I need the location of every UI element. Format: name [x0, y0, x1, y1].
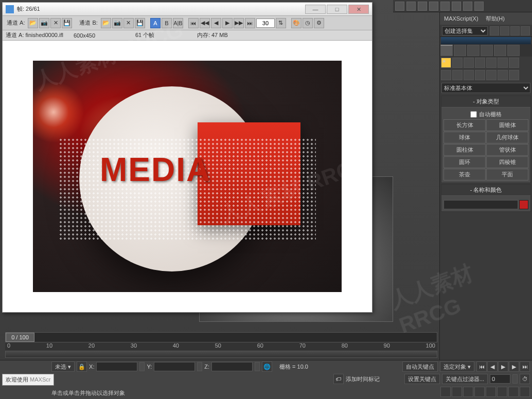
motion-tab[interactable]	[481, 45, 493, 56]
box-button[interactable]: 长方体	[444, 119, 486, 131]
undo-icon[interactable]	[440, 2, 450, 11]
curve-editor-icon[interactable]	[521, 26, 530, 35]
object-type-header[interactable]: - 对象类型	[441, 96, 530, 107]
timetag-icon[interactable]: 🏷	[333, 374, 344, 384]
frame-input[interactable]	[256, 19, 275, 28]
zoom-ext-icon[interactable]	[463, 387, 473, 397]
primitive-dropdown[interactable]: 标准基本体	[441, 83, 530, 93]
display-tab[interactable]	[494, 45, 506, 56]
minimize-button[interactable]: —	[305, 5, 326, 14]
play-back-icon[interactable]: ◀	[211, 18, 221, 28]
z-input[interactable]	[211, 362, 253, 371]
selected-obj-dropdown[interactable]: 选定对象 ▾	[440, 361, 474, 372]
name-color-header[interactable]: - 名称和颜色	[441, 185, 530, 196]
selection-set-dropdown[interactable]: 创建选择集	[442, 26, 488, 35]
utilities-tab[interactable]	[507, 45, 520, 56]
time-handle[interactable]: 0 / 100	[6, 333, 34, 342]
object-color-swatch[interactable]	[519, 200, 528, 209]
autokey-button[interactable]: 自动关键点	[402, 361, 438, 372]
shapes-icon[interactable]	[452, 58, 463, 68]
ram-viewport[interactable]: MEDIA	[3, 41, 372, 312]
frame-spinner2[interactable]	[512, 374, 518, 384]
spacewarps-icon[interactable]	[498, 58, 508, 68]
cone-button[interactable]: 圆锥体	[486, 119, 528, 131]
close-b-icon[interactable]: ✕	[123, 18, 134, 28]
sub4-icon[interactable]	[475, 70, 485, 80]
maxscript-menu[interactable]: MAXScript(X)	[444, 15, 478, 22]
zoom-all-icon[interactable]	[452, 387, 462, 397]
sphere-button[interactable]: 球体	[444, 132, 486, 143]
camera-a-icon[interactable]: 📷	[39, 18, 49, 28]
prev-key-icon[interactable]: ◀	[487, 361, 498, 372]
next-key-icon[interactable]: ▶	[509, 361, 519, 372]
modify-tab[interactable]	[454, 45, 466, 56]
layers-icon[interactable]	[510, 26, 520, 35]
frame-spinner[interactable]: ⇅	[276, 18, 286, 28]
welcome-badge[interactable]: 欢迎使用 MAXScr	[2, 374, 54, 386]
color-icon[interactable]: 🎨	[291, 18, 302, 28]
sub7-icon[interactable]	[509, 70, 519, 80]
help-menu[interactable]: 帮助(H)	[486, 15, 505, 23]
play-icon[interactable]: ▶	[498, 361, 508, 372]
goto-end-icon[interactable]: ⏭	[520, 361, 530, 372]
first-frame-icon[interactable]: ⏮	[188, 18, 199, 28]
sub1-icon[interactable]	[441, 70, 451, 80]
zoom-region-icon[interactable]	[508, 387, 519, 397]
hierarchy-tab[interactable]	[467, 45, 480, 56]
save-b-icon[interactable]: 💾	[135, 18, 145, 28]
fov-icon[interactable]	[474, 387, 485, 397]
open-a-icon[interactable]: 📂	[28, 18, 38, 28]
camera-b-icon[interactable]: 📷	[112, 18, 122, 28]
geometry-icon[interactable]: ☀	[441, 58, 451, 68]
sub6-icon[interactable]	[498, 70, 508, 80]
toggle-a-button[interactable]: A	[150, 18, 161, 28]
geosphere-button[interactable]: 几何球体	[486, 132, 528, 143]
pyramid-button[interactable]: 四棱锥	[486, 156, 528, 168]
target-icon[interactable]	[429, 2, 438, 11]
setkey-button[interactable]: 设置关键点	[404, 374, 440, 384]
time-config-icon[interactable]: ⏱	[520, 374, 530, 384]
create-tab[interactable]	[440, 45, 453, 56]
unlink-icon[interactable]	[474, 2, 484, 11]
next-frame-icon[interactable]: ▶▶	[234, 18, 244, 28]
mirror-icon[interactable]	[490, 26, 499, 35]
time-slider[interactable]: 0 / 100	[5, 332, 437, 342]
tube-button[interactable]: 管状体	[486, 144, 528, 156]
toggle-ab-button[interactable]: A|B	[173, 18, 183, 28]
max-toggle-icon[interactable]	[520, 387, 530, 397]
prev-frame-icon[interactable]: ◀◀	[200, 18, 210, 28]
plane-button[interactable]: 平面	[486, 169, 528, 180]
sub5-icon[interactable]	[486, 70, 496, 80]
time-ruler[interactable]: 0 10 20 30 40 50 60 70 80 90 100	[5, 342, 437, 351]
select-icon[interactable]	[406, 2, 416, 11]
y-spinner[interactable]	[197, 362, 202, 371]
sub2-icon[interactable]	[452, 70, 463, 80]
globe-icon[interactable]: 🌐	[262, 361, 272, 372]
keyfilter-button[interactable]: 关键点过滤器...	[442, 374, 488, 384]
autogrid-checkbox[interactable]	[470, 111, 477, 118]
play-forward-icon[interactable]: ▶	[222, 18, 233, 28]
maximize-button[interactable]: □	[327, 5, 347, 14]
ram-titlebar[interactable]: 帧: 26/61 — □ ✕	[3, 3, 372, 16]
align-icon[interactable]	[500, 26, 509, 35]
cylinder-button[interactable]: 圆柱体	[444, 144, 486, 156]
track-bar[interactable]	[5, 351, 437, 358]
sub3-icon[interactable]	[464, 70, 474, 80]
systems-icon[interactable]	[509, 58, 519, 68]
redo-icon[interactable]	[452, 2, 461, 11]
helpers-icon[interactable]	[486, 58, 496, 68]
last-frame-icon[interactable]: ⏭	[245, 18, 255, 28]
pan-icon[interactable]	[440, 387, 451, 397]
y-input[interactable]	[154, 362, 195, 371]
close-a-icon[interactable]: ✕	[50, 18, 61, 28]
no-select-dropdown[interactable]: 未选 ▾	[51, 361, 75, 372]
walk-icon[interactable]	[497, 387, 507, 397]
current-frame-input[interactable]	[490, 374, 510, 384]
object-name-input[interactable]	[444, 200, 518, 209]
torus-button[interactable]: 圆环	[444, 156, 486, 168]
toggle-b-button[interactable]: B	[162, 18, 172, 28]
zoom-icon[interactable]: ◷	[303, 18, 313, 28]
x-input[interactable]	[96, 362, 137, 371]
close-button[interactable]: ✕	[348, 5, 369, 14]
lights-icon[interactable]	[464, 58, 474, 68]
